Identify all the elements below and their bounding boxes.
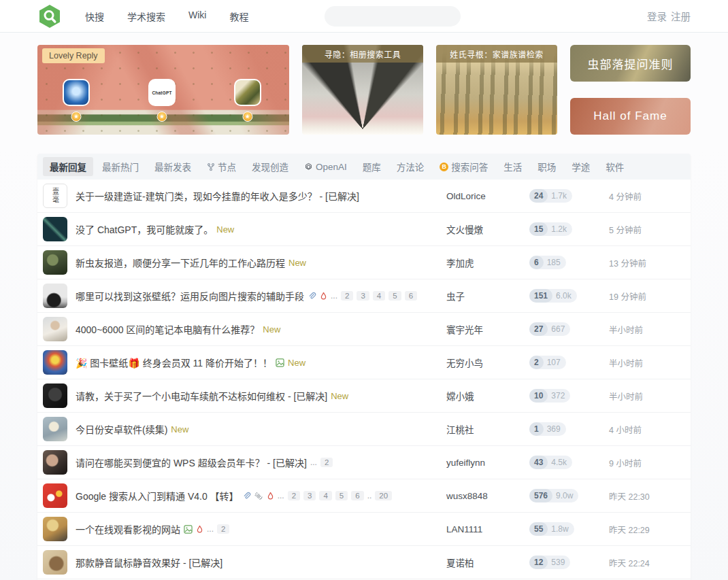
avatar-dark-teal-artwork[interactable] <box>43 217 67 241</box>
page-link[interactable]: 4 <box>373 291 385 301</box>
member-avatar-chatgpt[interactable]: ChatGPT ★ <box>148 79 176 106</box>
avatar-white-robe-figure[interactable] <box>43 317 67 341</box>
tab-label: 最新发表 <box>154 160 191 173</box>
thread-title-cell: Google 搜索从入门到精通 V4.0 【转】...23456..20 <box>76 489 438 502</box>
medal-icon: ★ <box>71 112 82 122</box>
thread-row: 新虫友报道，顺便分享一下近几年的工作心路历程New李加虎618513 分钟前 <box>37 246 691 279</box>
thread-title[interactable]: 没了 ChatGPT，我可能就废了。 <box>76 222 213 236</box>
avatar-red-app-icon[interactable] <box>43 483 67 508</box>
thread-stats: 551.8w <box>529 522 601 536</box>
thread-title[interactable]: 4000~6000 区间的笔记本电脑有什么推荐？ <box>76 322 259 336</box>
thread-title[interactable]: 那款静音鼠标静音效果好 - [已解决] <box>76 556 222 569</box>
thread-row: 请教，关于买了一个小电动车续航不达标如何维权 - [已解决]New嫦小娥1037… <box>37 379 691 413</box>
thread-title[interactable]: 哪里可以找到这张壁纸？运用反向图片搜索的辅助手段 <box>76 289 304 303</box>
avatar-black-emblem[interactable] <box>43 383 67 408</box>
member-avatar-brain[interactable]: ★ <box>63 79 90 106</box>
page-ellipsis: ... <box>278 491 284 500</box>
tab-label: 题库 <box>363 160 381 173</box>
banner-lovely-reply[interactable]: Lovely Reply ★ ChatGPT ★ ★ <box>37 45 289 135</box>
avatar-cartoon-robot[interactable] <box>43 350 67 375</box>
nav-item-wiki[interactable]: Wiki <box>188 10 206 23</box>
member-avatar-game-character[interactable]: ★ <box>234 79 261 106</box>
avatar-bw-photo[interactable] <box>43 284 67 308</box>
tab-question-bank[interactable]: 题库 <box>356 157 388 176</box>
search-box[interactable] <box>325 6 461 27</box>
thread-title[interactable]: 请教，关于买了一个小电动车续航不达标如何维权 - [已解决] <box>76 389 327 403</box>
page-link[interactable]: 3 <box>357 291 369 301</box>
tab-software[interactable]: 软件 <box>599 157 631 176</box>
tab-latest-posts[interactable]: 最新发表 <box>148 157 198 176</box>
site-logo-icon[interactable] <box>37 4 62 29</box>
banner-album-search[interactable]: 寻隐：相册搜索工具 <box>302 45 423 135</box>
tab-label: 最新热门 <box>102 160 139 173</box>
avatar-sleeping-figure[interactable] <box>43 417 67 441</box>
page-link[interactable]: 5 <box>388 291 401 301</box>
thread-row: 那款静音鼠标静音效果好 - [已解决]夏诺柏12539昨天 22:24 <box>37 546 691 579</box>
thread-author[interactable]: LAN1111 <box>446 524 521 534</box>
new-badge: New <box>216 224 234 235</box>
thread-author[interactable]: yufeiflynn <box>446 458 521 468</box>
thread-author[interactable]: wusx8848 <box>446 491 521 501</box>
tab-label: OpenAI <box>316 162 347 172</box>
thread-author[interactable]: OldLorice <box>446 191 521 201</box>
tab-latest-replies[interactable]: 最新回复 <box>43 157 93 176</box>
page-link[interactable]: 6 <box>405 291 417 301</box>
nav-item-tutorials[interactable]: 教程 <box>229 10 248 23</box>
page-ellipsis: ... <box>310 458 317 467</box>
thread-title-cell: 关于一级建造证-建筑门类，现如今挂靠的年收入是多少？ - [已解决] <box>76 189 438 203</box>
avatar-calligraphy-seal[interactable]: 壹毫 <box>43 184 67 208</box>
thread-author[interactable]: 夏诺柏 <box>446 556 521 569</box>
page-link[interactable]: 2 <box>341 291 353 301</box>
tab-methodology[interactable]: 方法论 <box>390 157 431 176</box>
tab-life[interactable]: 生活 <box>497 157 529 176</box>
thread-author[interactable]: 江桃社 <box>446 422 521 436</box>
thread-author[interactable]: 虫子 <box>446 289 521 303</box>
thread-title[interactable]: 🎉 图卡壁纸🎁 终身会员双 11 降价开始了！！ <box>76 356 272 369</box>
nav-item-kuaisou[interactable]: 快搜 <box>85 10 104 23</box>
page-link[interactable]: 6 <box>351 491 363 500</box>
tab-openai[interactable]: OpenAI <box>297 159 354 175</box>
avatar-portrait-woman[interactable] <box>43 450 67 475</box>
tab-search-qa[interactable]: B搜索问答 <box>433 157 495 176</box>
page-ellipsis: ... <box>331 291 337 301</box>
register-link[interactable]: 注册 <box>671 9 691 23</box>
page-link[interactable]: 2 <box>288 491 300 500</box>
page-link[interactable]: 2 <box>217 524 229 534</box>
tab-discover-create[interactable]: 发现创造 <box>245 157 295 176</box>
thread-author[interactable]: 无穷小鸟 <box>446 356 521 369</box>
page-link[interactable]: 3 <box>303 491 316 500</box>
thread-title[interactable]: 关于一级建造证-建筑门类，现如今挂靠的年收入是多少？ - [已解决] <box>76 189 359 203</box>
reply-count: 576 <box>529 489 552 502</box>
nav-item-scholar-search[interactable]: 学术搜索 <box>127 10 165 23</box>
thread-author[interactable]: 文火慢燉 <box>446 222 521 236</box>
avatar-blond-portrait[interactable] <box>43 517 67 541</box>
thread-row: 壹毫关于一级建造证-建筑门类，现如今挂靠的年收入是多少？ - [已解决]OldL… <box>37 180 691 213</box>
reply-count: 12 <box>529 556 548 569</box>
avatar-teddy-bear[interactable] <box>43 550 67 575</box>
thread-title[interactable]: 一个在线观看影视的网站 <box>76 522 180 536</box>
thread-author[interactable]: 寰宇光年 <box>446 322 521 336</box>
banner-genealogy-search[interactable]: 姓氏寻根：家谱族谱检索 <box>436 45 557 135</box>
page-link[interactable]: 2 <box>320 458 333 467</box>
tab-career[interactable]: 职场 <box>531 157 563 176</box>
tab-nodes[interactable]: 节点 <box>200 157 243 176</box>
tab-latest-hot[interactable]: 最新热门 <box>95 157 146 176</box>
thread-title[interactable]: Google 搜索从入门到精通 V4.0 【转】 <box>76 489 239 502</box>
thread-title[interactable]: 今日份安卓软件(续集) <box>76 422 167 436</box>
tab-study[interactable]: 学途 <box>565 157 597 176</box>
question-rules-button[interactable]: 虫部落提问准则 <box>570 45 691 82</box>
attachment-icon <box>242 492 251 500</box>
hall-of-fame-button[interactable]: Hall of Fame <box>570 98 691 135</box>
avatar-green-figure-art[interactable] <box>43 250 67 275</box>
page-link[interactable]: 5 <box>335 491 348 500</box>
thread-title[interactable]: 新虫友报道，顺便分享一下近几年的工作心路历程 <box>76 256 285 269</box>
thread-author[interactable]: 李加虎 <box>446 256 521 269</box>
thread-stats: 434.5k <box>529 456 601 469</box>
thread-title[interactable]: 请问在哪能买到便宜的 WPS 超级会员年卡？ - [已解决] <box>76 456 307 469</box>
thread-author[interactable]: 嫦小娥 <box>446 389 521 403</box>
login-link[interactable]: 登录 <box>647 9 667 23</box>
page-link[interactable]: 4 <box>319 491 331 500</box>
page-link[interactable]: 20 <box>375 491 392 500</box>
view-count: 539 <box>548 558 565 567</box>
search-input[interactable] <box>336 11 456 21</box>
